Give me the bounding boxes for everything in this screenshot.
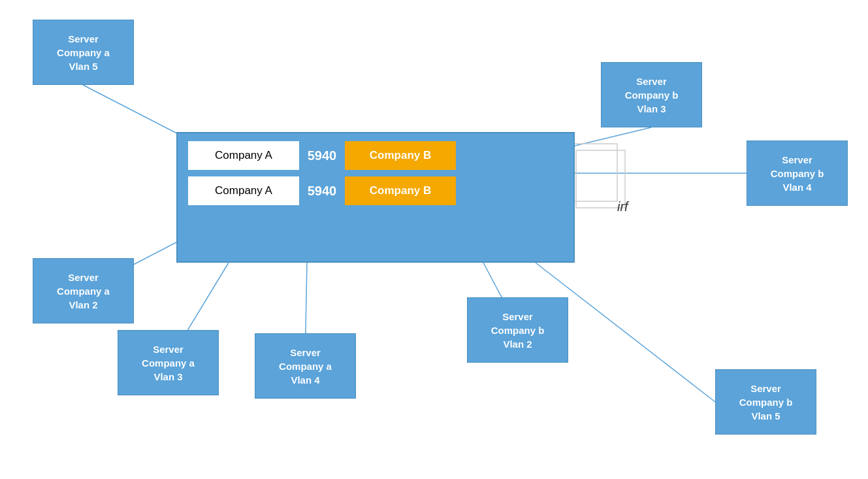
server-company-a-vlan5: Server Company a Vlan 5	[33, 20, 134, 85]
server-company-b-vlan3: Server Company b Vlan 3	[601, 62, 702, 127]
company-a-label-top: Company A	[188, 141, 299, 170]
server-company-b-vlan2: Server Company b Vlan 2	[467, 297, 568, 363]
switch-row-2: Company A 5940 Company B	[188, 176, 563, 205]
server-company-b-vlan4: Server Company b Vlan 4	[747, 140, 848, 206]
port-label-top: 5940	[306, 148, 338, 163]
company-a-label-bottom: Company A	[188, 176, 299, 205]
server-company-a-vlan2: Server Company a Vlan 2	[33, 258, 134, 323]
central-switch: Company A 5940 Company B Company A 5940 …	[176, 132, 575, 263]
svg-rect-8	[568, 144, 617, 201]
switch-row-1: Company A 5940 Company B	[188, 141, 563, 170]
server-company-a-vlan3: Server Company a Vlan 3	[118, 330, 219, 395]
port-label-bottom: 5940	[306, 184, 338, 199]
company-b-label-top: Company B	[345, 141, 456, 170]
server-company-a-vlan4: Server Company a Vlan 4	[255, 333, 356, 399]
irf-label: irf	[617, 199, 628, 214]
company-b-label-bottom: Company B	[345, 176, 456, 205]
server-company-b-vlan5: Server Company b Vlan 5	[715, 369, 816, 435]
